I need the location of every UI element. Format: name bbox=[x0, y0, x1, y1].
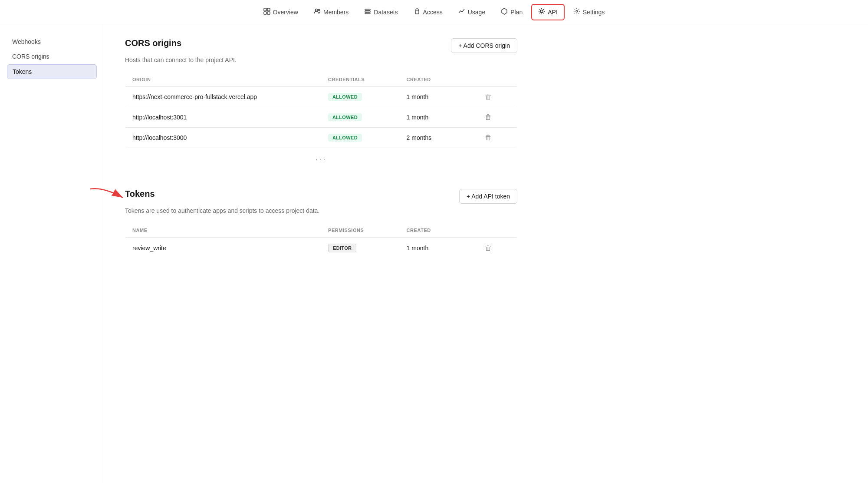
settings-icon bbox=[573, 8, 580, 16]
nav-settings[interactable]: Settings bbox=[566, 4, 612, 20]
cors-col-origin: ORIGIN bbox=[125, 73, 322, 87]
tokens-col-name: NAME bbox=[125, 223, 322, 238]
nav-access[interactable]: Access bbox=[407, 4, 450, 20]
svg-point-5 bbox=[318, 9, 320, 11]
token-row1-created: 1 month bbox=[400, 238, 478, 259]
cors-table: ORIGIN CREDENTIALS CREATED https://next-… bbox=[125, 72, 517, 168]
top-nav: Overview Members Datasets Access Usage P… bbox=[0, 0, 868, 24]
token-row1-name: review_write bbox=[125, 238, 322, 259]
sidebar-webhooks-label: Webhooks bbox=[12, 38, 41, 45]
svg-rect-0 bbox=[264, 8, 266, 11]
cors-dots: ... bbox=[125, 148, 517, 168]
token-row1-action: 🗑 bbox=[478, 238, 517, 259]
cors-row1-created: 1 month bbox=[400, 87, 478, 107]
allowed-badge: ALLOWED bbox=[328, 113, 362, 121]
add-api-token-button[interactable]: + Add API token bbox=[459, 189, 517, 204]
nav-access-label: Access bbox=[423, 9, 443, 16]
plan-icon bbox=[501, 8, 508, 16]
cors-row2-created: 1 month bbox=[400, 107, 478, 128]
tokens-table: NAME PERMISSIONS CREATED review_write ED… bbox=[125, 223, 517, 259]
tokens-table-body: review_write EDITOR 1 month 🗑 bbox=[125, 238, 517, 259]
svg-point-11 bbox=[540, 10, 543, 13]
svg-rect-9 bbox=[415, 11, 419, 14]
delete-token-row1-button[interactable]: 🗑 bbox=[485, 244, 492, 251]
tokens-col-permissions: PERMISSIONS bbox=[321, 223, 400, 238]
svg-rect-7 bbox=[365, 11, 370, 12]
nav-usage-label: Usage bbox=[468, 9, 485, 16]
tokens-description: Tokens are used to authenticate apps and… bbox=[125, 207, 517, 214]
cors-row2-action: 🗑 bbox=[478, 107, 517, 128]
token-row1-permissions: EDITOR bbox=[321, 238, 400, 259]
svg-rect-2 bbox=[264, 12, 266, 14]
editor-badge: EDITOR bbox=[328, 244, 356, 252]
table-row: http://localhost:3000 ALLOWED 2 months 🗑 bbox=[125, 128, 517, 148]
nav-datasets[interactable]: Datasets bbox=[357, 4, 404, 20]
table-row: https://next-commerce-pro-fullstack.verc… bbox=[125, 87, 517, 107]
cors-row1-action: 🗑 bbox=[478, 87, 517, 107]
sidebar: Webhooks CORS origins Tokens bbox=[0, 24, 104, 483]
tokens-title: Tokens bbox=[125, 189, 155, 199]
cors-row1-credentials: ALLOWED bbox=[321, 87, 400, 107]
delete-cors-row3-button[interactable]: 🗑 bbox=[485, 134, 492, 141]
cors-col-created: CREATED bbox=[400, 73, 478, 87]
table-row: review_write EDITOR 1 month 🗑 bbox=[125, 238, 517, 259]
allowed-badge: ALLOWED bbox=[328, 134, 362, 142]
cors-row3-action: 🗑 bbox=[478, 128, 517, 148]
nav-plan[interactable]: Plan bbox=[494, 4, 529, 20]
sidebar-tokens-label: Tokens bbox=[13, 68, 32, 75]
main-layout: Webhooks CORS origins Tokens CORS origin… bbox=[0, 24, 868, 483]
cors-table-body: https://next-commerce-pro-fullstack.verc… bbox=[125, 87, 517, 168]
cors-title: CORS origins bbox=[125, 38, 181, 48]
cors-row3-credentials: ALLOWED bbox=[321, 128, 400, 148]
sidebar-cors-label: CORS origins bbox=[12, 53, 49, 60]
cors-row1-origin: https://next-commerce-pro-fullstack.verc… bbox=[125, 87, 322, 107]
tokens-section-header: Tokens + Add API token bbox=[125, 189, 517, 204]
add-cors-button[interactable]: + Add CORS origin bbox=[451, 38, 517, 53]
nav-overview[interactable]: Overview bbox=[256, 4, 305, 20]
nav-api-label: API bbox=[548, 9, 558, 16]
cors-section: CORS origins + Add CORS origin Hosts tha… bbox=[125, 38, 517, 168]
sidebar-item-cors[interactable]: CORS origins bbox=[7, 50, 97, 63]
datasets-icon bbox=[364, 8, 371, 16]
svg-point-4 bbox=[315, 9, 317, 11]
nav-overview-label: Overview bbox=[273, 9, 298, 16]
cors-row3-origin: http://localhost:3000 bbox=[125, 128, 322, 148]
cors-row2-credentials: ALLOWED bbox=[321, 107, 400, 128]
cors-row3-created: 2 months bbox=[400, 128, 478, 148]
nav-api[interactable]: API bbox=[531, 4, 565, 20]
nav-settings-label: Settings bbox=[583, 9, 605, 16]
cors-col-action bbox=[478, 73, 517, 87]
tokens-table-head: NAME PERMISSIONS CREATED bbox=[125, 223, 517, 238]
nav-datasets-label: Datasets bbox=[374, 9, 398, 16]
svg-point-12 bbox=[576, 10, 578, 12]
cors-table-head: ORIGIN CREDENTIALS CREATED bbox=[125, 73, 517, 87]
svg-marker-10 bbox=[502, 8, 507, 14]
api-icon bbox=[538, 8, 545, 16]
overview-icon bbox=[263, 8, 270, 16]
main-content: CORS origins + Add CORS origin Hosts tha… bbox=[104, 24, 538, 483]
cors-row2-origin: http://localhost:3001 bbox=[125, 107, 322, 128]
table-row: http://localhost:3001 ALLOWED 1 month 🗑 bbox=[125, 107, 517, 128]
cors-description: Hosts that can connect to the project AP… bbox=[125, 56, 517, 63]
tokens-col-created: CREATED bbox=[400, 223, 478, 238]
cors-dots-row: ... bbox=[125, 148, 517, 168]
svg-rect-3 bbox=[267, 12, 270, 14]
svg-rect-6 bbox=[365, 9, 370, 10]
nav-members-label: Members bbox=[323, 9, 349, 16]
cors-col-credentials: CREDENTIALS bbox=[321, 73, 400, 87]
allowed-badge: ALLOWED bbox=[328, 93, 362, 101]
tokens-col-action bbox=[478, 223, 517, 238]
svg-rect-8 bbox=[365, 13, 370, 14]
nav-members[interactable]: Members bbox=[307, 4, 355, 20]
sidebar-item-tokens[interactable]: Tokens bbox=[7, 64, 97, 79]
usage-icon bbox=[458, 8, 465, 16]
nav-plan-label: Plan bbox=[510, 9, 523, 16]
sidebar-item-webhooks[interactable]: Webhooks bbox=[7, 35, 97, 49]
delete-cors-row1-button[interactable]: 🗑 bbox=[485, 93, 492, 100]
svg-rect-1 bbox=[267, 8, 270, 11]
nav-usage[interactable]: Usage bbox=[451, 4, 492, 20]
tokens-section: Tokens + Add API token Tokens are used t… bbox=[125, 189, 517, 259]
cors-section-header: CORS origins + Add CORS origin bbox=[125, 38, 517, 53]
members-icon bbox=[314, 8, 321, 16]
delete-cors-row2-button[interactable]: 🗑 bbox=[485, 113, 492, 121]
